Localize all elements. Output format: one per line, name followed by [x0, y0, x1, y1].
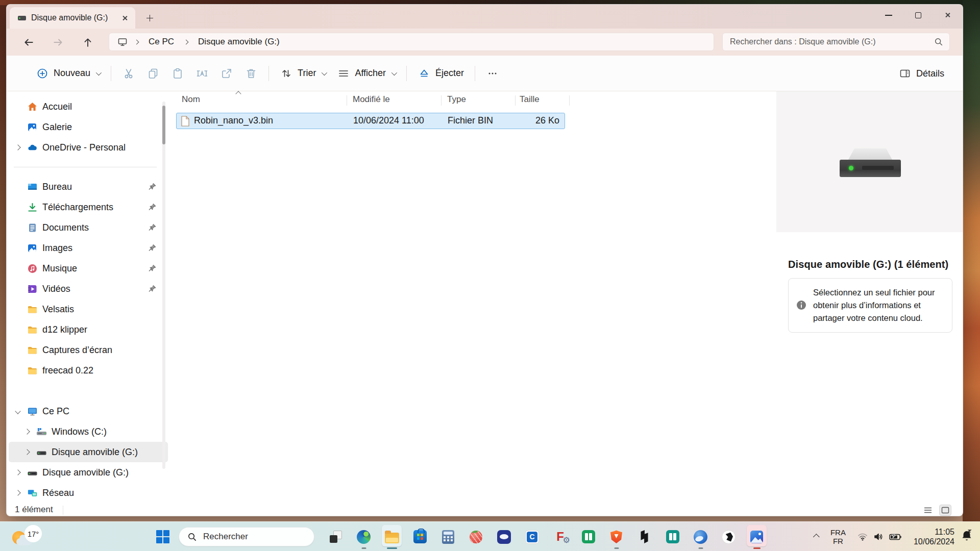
running-indicator [753, 547, 761, 549]
toolbar-label: Afficher [355, 68, 386, 79]
column-header-nom[interactable]: Nom [182, 94, 200, 105]
volume-icon[interactable] [873, 531, 884, 542]
sidebar-item-images[interactable]: Images [9, 238, 168, 258]
trier-button[interactable]: Trier [274, 63, 331, 84]
sidebar-item-disque-amovible-g-[interactable]: Disque amovible (G:) [9, 442, 168, 462]
calculator-icon[interactable] [434, 523, 462, 550]
more-button[interactable] [480, 63, 505, 84]
notification-bell-dnd-icon[interactable] [961, 529, 973, 544]
chevron-right-icon[interactable] [15, 490, 20, 495]
dark-angular-app-icon[interactable] [630, 523, 658, 550]
weather-widget[interactable]: 17° [11, 525, 44, 548]
wanhao-app-icon[interactable] [490, 523, 518, 550]
file-row-selected[interactable]: Robin_nano_v3.bin 10/06/2024 11:00 Fichi… [176, 113, 565, 129]
freecad-icon[interactable]: F⚙ [546, 523, 574, 550]
column-header-taille[interactable]: Taille [520, 94, 540, 105]
up-button[interactable] [80, 35, 95, 49]
afficher-button[interactable]: Afficher [331, 63, 401, 84]
edge-icon[interactable] [350, 523, 378, 550]
details-pane-toggle[interactable]: Détails [893, 63, 949, 84]
close-button[interactable] [933, 5, 963, 26]
maximize-button[interactable] [903, 5, 933, 26]
breadcrumb-item[interactable]: Ce PC [145, 35, 177, 48]
task-view-icon[interactable] [322, 523, 350, 550]
paste-button[interactable] [165, 63, 190, 84]
sidebar-item-musique[interactable]: Musique [9, 258, 168, 279]
sidebar-item-windows-c-[interactable]: Windows (C:) [9, 421, 168, 442]
back-button[interactable] [21, 35, 36, 49]
column-header-type[interactable]: Type [447, 94, 466, 105]
taskbar: 17° Rechercher CF⚙ FRA FR 11:05 [0, 521, 980, 551]
sidebar-item-vid-os[interactable]: Vidéos [9, 279, 168, 299]
large-icons-view-toggle[interactable] [939, 505, 951, 516]
removable-drive-illustration [840, 148, 901, 177]
search-icon[interactable] [934, 37, 943, 46]
new-tab-button[interactable] [143, 12, 156, 24]
pc-icon [27, 406, 38, 417]
sidebar-item-t-l-chargements[interactable]: Téléchargements [9, 197, 168, 217]
copy-button[interactable] [141, 63, 165, 84]
list-view-toggle[interactable] [922, 505, 934, 516]
sidebar-scrollbar-thumb[interactable] [162, 106, 165, 144]
paste-icon [171, 67, 184, 80]
teal-window-app-icon[interactable] [658, 523, 687, 550]
rename-button[interactable] [190, 63, 214, 84]
photos-icon[interactable] [743, 523, 771, 550]
images-icon [27, 243, 38, 254]
green-window-app-icon[interactable] [574, 523, 602, 550]
chevron-right-icon[interactable] [15, 144, 20, 150]
language-indicator[interactable]: FRA FR [830, 528, 846, 545]
sidebar-item-galerie[interactable]: Galerie [9, 117, 168, 137]
sidebar-item-velsatis[interactable]: Velsatis [9, 299, 168, 319]
taskbar-search[interactable]: Rechercher [179, 527, 314, 546]
details-pane: Disque amovible (G:) (1 élément) Sélecti… [776, 91, 963, 505]
sidebar-item-label: Bureau [42, 182, 72, 192]
details-label: Détails [916, 68, 944, 79]
share-button[interactable] [214, 63, 239, 84]
address-bar[interactable]: Ce PCDisque amovible (G:) [109, 33, 714, 51]
window-controls [874, 5, 963, 26]
start-button[interactable] [156, 530, 170, 544]
brave-icon[interactable] [602, 523, 630, 550]
tab-disque-amovible[interactable]: Disque amovible (G:) [10, 7, 135, 29]
sidebar-item-ce-pc[interactable]: Ce PC [9, 401, 168, 421]
breadcrumb-item[interactable]: Disque amovible (G:) [195, 35, 283, 48]
tray-overflow-chevron-icon[interactable] [813, 534, 820, 540]
forward-button[interactable] [51, 35, 66, 49]
microsoft-store-icon[interactable] [406, 523, 434, 550]
black-bird-app-icon[interactable] [715, 523, 743, 550]
nouveau-button[interactable]: Nouveau [30, 63, 106, 84]
sidebar-scrollbar[interactable] [162, 102, 165, 469]
chevron-right-icon[interactable] [24, 429, 30, 434]
éjecter-button[interactable]: Éjecter [412, 63, 470, 84]
cut-button[interactable] [116, 63, 141, 84]
sidebar-item-d12-klipper[interactable]: d12 klipper [9, 319, 168, 340]
sidebar-item-disque-amovible-g-[interactable]: Disque amovible (G:) [9, 462, 168, 483]
sidebar-item-bureau[interactable]: Bureau [9, 177, 168, 197]
sidebar-item-freecad-0-22[interactable]: freecad 0.22 [9, 360, 168, 381]
sidebar-item-accueil[interactable]: Accueil [9, 96, 168, 117]
battery-charging-icon[interactable] [889, 531, 902, 542]
chevron-right-icon[interactable] [15, 469, 20, 475]
minimize-button[interactable] [874, 5, 903, 26]
wifi-icon[interactable] [857, 531, 868, 542]
sidebar-item-documents[interactable]: Documents [9, 217, 168, 238]
running-indicator [614, 547, 619, 549]
raspberry-app-icon[interactable] [462, 523, 490, 550]
breadcrumb: Ce PCDisque amovible (G:) [128, 35, 283, 48]
delete-button[interactable] [239, 63, 263, 84]
chevron-right-icon[interactable] [24, 449, 30, 455]
pin-icon [148, 203, 157, 214]
clock[interactable]: 11:05 10/06/2024 [914, 527, 954, 546]
tab-close-icon[interactable] [119, 12, 130, 23]
sidebar-item-r-seau[interactable]: Réseau [9, 483, 168, 503]
sidebar-item-captures-d-cran[interactable]: Captures d’écran [9, 340, 168, 360]
thunderbird-icon[interactable] [687, 523, 715, 550]
chevron-down-icon[interactable] [15, 408, 20, 414]
file-explorer-icon[interactable] [378, 523, 406, 550]
search-box[interactable]: Rechercher dans : Disque amovible (G:) [722, 33, 950, 51]
sidebar-item-onedrive-personal[interactable]: OneDrive - Personal [9, 137, 168, 158]
cura-icon[interactable]: C [518, 523, 546, 550]
taskbar-search-label: Rechercher [203, 532, 248, 542]
column-header-modifi-le[interactable]: Modifié le [353, 94, 390, 105]
